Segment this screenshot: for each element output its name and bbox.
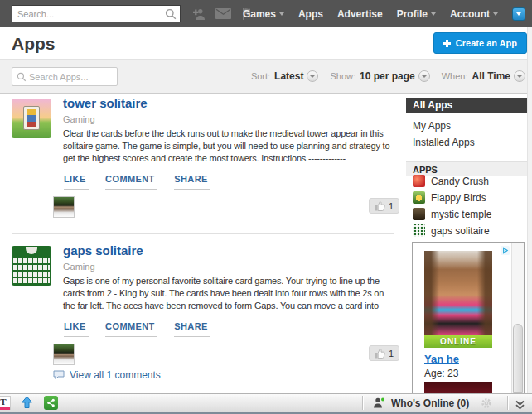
messages-icon[interactable]	[215, 8, 231, 19]
liker-avatar[interactable]	[53, 344, 75, 365]
sort-label: Sort:	[251, 71, 270, 81]
like-count: 1	[389, 201, 394, 211]
filter-bar: Sort: Latest Show: 10 per page When: All…	[0, 59, 532, 94]
online-status-badge: ONLINE	[424, 335, 492, 348]
nav-more-dropdown-button[interactable]	[512, 7, 525, 21]
show-dropdown-button[interactable]	[418, 70, 430, 82]
view-comments-link[interactable]: View all 1 comments	[70, 369, 161, 381]
sidebar-item-my-apps[interactable]: My Apps	[413, 120, 451, 132]
like-button[interactable]: LIKE	[64, 174, 89, 190]
whos-online-label: Who's Online (0)	[391, 397, 469, 409]
chevron-down-icon	[431, 12, 436, 16]
show-value[interactable]: 10 per page	[360, 70, 415, 82]
like-count-badge[interactable]: 1	[369, 345, 399, 361]
view-comments-row: View all 1 comments	[53, 369, 161, 381]
app-thumbnail[interactable]	[12, 246, 51, 286]
search-input[interactable]	[12, 6, 180, 22]
sidebar-app-gaps-solitaire[interactable]: gaps solitaire	[413, 224, 490, 237]
nav-advertise[interactable]: Advertise	[337, 8, 383, 20]
chevron-down-icon	[279, 12, 284, 16]
flappy-birds-icon	[413, 191, 425, 204]
thumbs-up-icon	[375, 201, 385, 211]
sidebar-app-mystic-temple[interactable]: mystic temple	[413, 208, 491, 220]
comment-button[interactable]: COMMENT	[105, 174, 157, 190]
sort-dropdown-button[interactable]	[307, 70, 318, 82]
statusbar-divider	[362, 396, 363, 410]
playing-card-graphic	[23, 106, 40, 130]
like-button[interactable]: LIKE	[64, 321, 89, 337]
like-count-badge[interactable]: 1	[369, 198, 399, 214]
search-icon[interactable]	[165, 8, 177, 20]
thumbs-up-icon	[375, 349, 385, 359]
plus-icon	[443, 40, 451, 47]
statusbar-divider	[507, 396, 508, 410]
ad-photo-image	[424, 251, 492, 335]
ad-scrollbar[interactable]	[511, 243, 524, 393]
comment-bubble-icon	[53, 370, 65, 380]
nav-apps[interactable]: Apps	[298, 8, 323, 20]
when-value[interactable]: All Time	[472, 70, 510, 82]
whos-online-button[interactable]: Who's Online (0)	[373, 394, 469, 412]
card-table-graphic	[26, 247, 37, 254]
ad-profile-photo[interactable]: ONLINE	[424, 251, 492, 348]
listing-divider	[12, 233, 394, 234]
listing-gaps-solitaire: gaps solitaire Gaming Gaps is one of my …	[0, 241, 404, 393]
apps-search-input[interactable]	[12, 68, 117, 85]
status-bar: T Who's Online (0)	[0, 393, 532, 412]
sort-value[interactable]: Latest	[274, 70, 303, 82]
app-thumbnail[interactable]	[12, 99, 51, 138]
like-count: 1	[389, 349, 394, 359]
share-this-icon[interactable]	[44, 396, 58, 410]
app-window: Games Apps Advertise Profile Account App…	[0, 0, 532, 414]
page-scrollbar[interactable]	[527, 27, 532, 393]
ad-profile-age: Age: 23	[424, 368, 458, 379]
nav-games[interactable]: Games	[243, 8, 284, 20]
listing-tower-solitaire: tower solitaire Gaming Clear the cards b…	[0, 94, 404, 234]
filter-controls: Sort: Latest Show: 10 per page When: All…	[251, 60, 525, 93]
app-title-link[interactable]: tower solitaire	[63, 96, 148, 110]
liker-avatar[interactable]	[53, 196, 75, 218]
ad-box: ONLINE Yan he Age: 23	[412, 242, 525, 393]
when-label: When:	[442, 71, 468, 81]
main-nav: Games Apps Advertise Profile Account	[243, 0, 525, 27]
apps-search	[12, 67, 118, 86]
chevron-down-icon	[517, 75, 522, 78]
nav-profile[interactable]: Profile	[397, 8, 436, 20]
show-label: Show:	[330, 71, 355, 81]
gaps-solitaire-icon	[413, 224, 425, 237]
adchoices-icon[interactable]	[501, 243, 510, 258]
chevron-down-icon	[493, 12, 498, 16]
candy-crush-icon	[413, 175, 425, 187]
text-tool-icon[interactable]: T	[0, 396, 11, 410]
add-friend-icon[interactable]	[191, 7, 206, 21]
ad-scrollbar-thumb[interactable]	[513, 324, 523, 393]
page-title: Apps	[12, 34, 56, 54]
gear-icon[interactable]	[481, 397, 492, 412]
topbar: Games Apps Advertise Profile Account	[0, 0, 532, 27]
chevron-down-icon	[516, 12, 521, 16]
chevron-down-icon	[422, 75, 427, 78]
nav-account[interactable]: Account	[450, 8, 498, 20]
ad-profile-name-link[interactable]: Yan he	[424, 353, 459, 365]
create-app-button[interactable]: Create an App	[433, 32, 527, 54]
scroll-to-top-icon[interactable]	[21, 396, 33, 412]
app-title-link[interactable]: gaps solitaire	[63, 243, 143, 258]
sidebar-app-candy-crush[interactable]: Candy Crush	[413, 175, 489, 187]
sidebar-app-flappy-birds[interactable]: Flappy Birds	[413, 191, 486, 204]
chevron-down-icon	[310, 75, 315, 78]
card-cols-graphic	[13, 257, 50, 283]
ad-second-photo[interactable]	[424, 382, 492, 393]
listing-actions: LIKE COMMENT SHARE	[64, 318, 224, 337]
when-dropdown-button[interactable]	[514, 70, 525, 82]
listing-actions: LIKE COMMENT SHARE	[64, 171, 224, 190]
mystic-temple-icon	[413, 208, 425, 220]
person-online-icon	[373, 397, 385, 408]
sidebar-item-all-apps[interactable]: All Apps	[406, 98, 532, 113]
share-button[interactable]: SHARE	[174, 321, 210, 337]
share-button[interactable]: SHARE	[174, 174, 210, 190]
app-category: Gaming	[63, 262, 95, 272]
global-search	[12, 5, 181, 22]
sidebar-item-installed-apps[interactable]: Installed Apps	[413, 137, 475, 148]
app-description: Clear the cards before the deck runs out…	[63, 128, 397, 165]
comment-button[interactable]: COMMENT	[105, 321, 157, 337]
